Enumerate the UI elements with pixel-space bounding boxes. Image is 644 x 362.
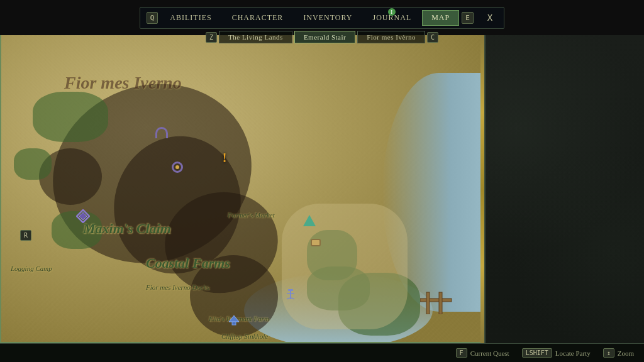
nav-key-right: E [462, 12, 474, 24]
exclaim-icon: ! [223, 151, 227, 165]
hint-label-party: Locate Party [555, 349, 591, 357]
triangle-icon [303, 215, 316, 226]
marker-triangle[interactable] [303, 215, 316, 226]
subtab-fior-mes[interactable]: Fior mes Ivèrno [357, 31, 425, 43]
marker-ship[interactable] [228, 314, 240, 328]
right-panel-texture [486, 35, 644, 343]
nav-inner: Q ABILITIES CHARACTER INVENTORY i JOURNA… [140, 7, 505, 29]
hint-zoom: ↕ Zoom [603, 348, 634, 358]
sub-nav-inner: Z The Living Lands Emerald Stair Fior me… [206, 31, 438, 43]
marker-horseshoe[interactable] [155, 127, 168, 138]
close-button[interactable]: X [481, 10, 499, 25]
marker-quest[interactable]: ! [223, 151, 227, 165]
marker-diamond-left[interactable] [76, 209, 90, 226]
veg-3 [14, 148, 52, 180]
hint-key-zoom: ↕ [603, 348, 614, 358]
hint-key-f: F [456, 348, 467, 358]
anchor-icon [286, 289, 296, 300]
sub-key-left: Z [206, 32, 217, 43]
game-frame: Q ABILITIES CHARACTER INVENTORY i JOURNA… [0, 0, 644, 362]
journal-badge: i [388, 8, 396, 16]
coast-1 [282, 204, 408, 329]
diamond-icon [76, 209, 90, 223]
marker-location[interactable] [172, 162, 183, 173]
hint-locate-party: LSHIFT Locate Party [522, 348, 591, 358]
hint-current-quest: F Current Quest [456, 348, 509, 358]
map-key-r[interactable]: R [20, 230, 31, 241]
bottom-bar: F Current Quest LSHIFT Locate Party ↕ Zo… [0, 343, 644, 362]
tab-map[interactable]: MAP [422, 10, 459, 26]
dock-icon [420, 289, 458, 314]
svg-marker-5 [229, 315, 239, 322]
subtab-living-lands[interactable]: The Living Lands [219, 31, 292, 43]
ship-icon [228, 314, 240, 326]
svg-rect-8 [426, 292, 430, 314]
right-panel [484, 35, 644, 343]
hint-key-lshift: LSHIFT [522, 348, 552, 358]
marker-anchor[interactable] [286, 289, 296, 303]
scroll-icon [311, 239, 321, 246]
sub-key-right: C [427, 32, 438, 43]
marker-scroll[interactable] [311, 239, 321, 246]
horseshoe-icon [155, 127, 168, 138]
subtab-emerald-stair[interactable]: Emerald Stair [294, 31, 355, 43]
tab-character[interactable]: CHARACTER [223, 10, 293, 26]
svg-rect-2 [288, 289, 293, 291]
veg-1 [33, 92, 108, 142]
svg-rect-9 [439, 292, 442, 314]
tab-journal[interactable]: i JOURNAL [364, 10, 421, 26]
tab-abilities[interactable]: ABILITIES [160, 10, 221, 26]
dock-structure [420, 289, 458, 317]
nav-key-left: Q [147, 12, 158, 24]
map-area[interactable]: Fior mes Iverno Maxim's Claim Coastal Fa… [0, 35, 484, 343]
map-right-border [480, 35, 484, 343]
map-background: Fior mes Iverno Maxim's Claim Coastal Fa… [1, 35, 483, 342]
circle-icon [172, 162, 183, 173]
svg-rect-6 [232, 322, 236, 325]
svg-rect-7 [420, 299, 452, 302]
hint-label-zoom: Zoom [618, 349, 634, 357]
hint-label-quest: Current Quest [470, 349, 509, 357]
sub-nav: Z The Living Lands Emerald Stair Fior me… [0, 28, 644, 47]
tab-inventory[interactable]: INVENTORY [294, 10, 362, 26]
